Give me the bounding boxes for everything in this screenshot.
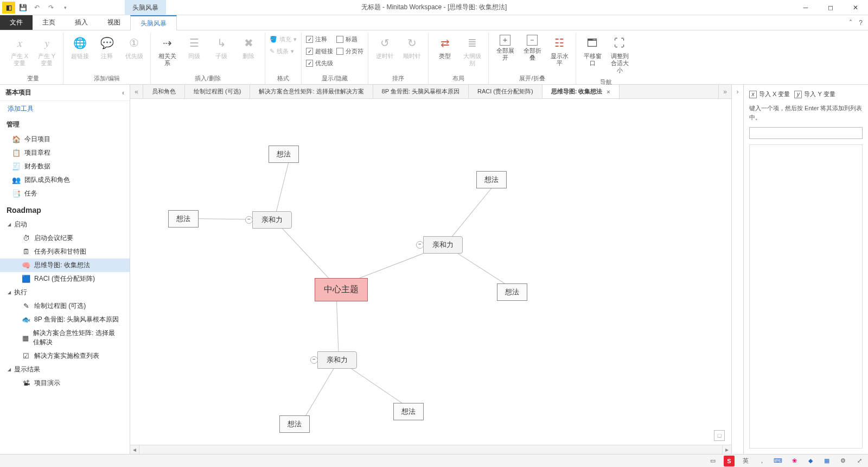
item-label: 团队成员和角色 — [24, 175, 70, 185]
ime-menu-icon[interactable]: ▦ — [821, 456, 832, 466]
horizontal-scrollbar[interactable]: ◂ ▸ — [130, 445, 731, 454]
doc-tab[interactable]: 思维导图: 收集想法× — [542, 85, 620, 98]
scroll-left-icon[interactable]: ◂ — [130, 445, 139, 454]
menu-home[interactable]: 主页 — [33, 15, 65, 30]
priority-button: ①优先级 — [122, 33, 146, 62]
chk-priority[interactable]: 优先级 — [306, 58, 333, 68]
sidebar-item[interactable]: 🧾财务数据 — [0, 160, 130, 173]
menu-brainstorm[interactable]: 头脑风暴 — [130, 15, 177, 30]
collapse-all-button[interactable]: －全部折叠 — [520, 33, 544, 64]
sidebar-item[interactable]: ☑解决方案实施检查列表 — [0, 349, 130, 363]
ime-tool-icon[interactable]: ◆ — [805, 456, 816, 466]
idea-node[interactable]: 想法 — [497, 283, 527, 301]
tab-label: 绘制过程图 (可选) — [194, 87, 241, 96]
tab-scroll-right-icon[interactable]: » — [718, 85, 731, 98]
fit-view-icon[interactable]: □ — [714, 430, 725, 441]
doc-tab[interactable]: 员和角色 — [143, 85, 185, 98]
sogou-ime-icon[interactable]: S — [724, 456, 735, 466]
sidebar-item[interactable]: 🗓任务列表和甘特图 — [0, 245, 130, 258]
outline-icon: ≣ — [464, 35, 480, 51]
item-label: 思维导图: 收集想法 — [34, 261, 90, 270]
fit-button[interactable]: ⛶调整到合适大小 — [608, 33, 631, 77]
ime-punct-icon[interactable]: ， — [756, 456, 767, 466]
input-hint: 键入一个项，然后按 Enter 将其添加到列表中。 — [749, 104, 863, 122]
menu-insert[interactable]: 插入 — [65, 15, 98, 30]
tab-close-icon[interactable]: × — [607, 89, 610, 95]
affinity-node[interactable]: 亲和力 — [252, 211, 292, 229]
ime-skin-icon[interactable]: ❀ — [789, 456, 800, 466]
ribbon: 𝑥产生 X 变量 𝑦产生 Y 变量 变量 🌐超链接 💬注释 ①优先级 添加/编辑… — [0, 30, 868, 85]
idea-node[interactable]: 想法 — [269, 146, 299, 163]
center-node[interactable]: 中心主题 — [315, 278, 368, 301]
import-x-button[interactable]: x导入 X 变量 — [749, 90, 790, 98]
y-var-icon: 𝑦 — [39, 35, 55, 51]
sidebar-item[interactable]: ✎绘制过程图 (可选) — [0, 299, 130, 313]
right-panel-expand-icon[interactable]: › — [731, 85, 743, 454]
qat-dropdown-icon[interactable]: ▾ — [59, 2, 72, 14]
chk-comment[interactable]: 注释 — [306, 34, 333, 45]
close-button[interactable]: ✕ — [843, 0, 868, 15]
sidebar-item[interactable]: ⏱启动会议纪要 — [0, 231, 130, 245]
idea-node[interactable]: 想法 — [279, 415, 310, 433]
save-icon[interactable]: 💾 — [16, 2, 29, 14]
mindmap-canvas[interactable]: 中心主题亲和力亲和力亲和力想法想法想法想法想法想法 □ ◂ ▸ — [130, 99, 731, 454]
idea-node[interactable]: 想法 — [393, 403, 424, 420]
doc-tab[interactable]: 绘制过程图 (可选) — [185, 85, 250, 98]
ime-lang[interactable]: 英 — [740, 456, 751, 466]
ime-settings-icon[interactable]: ⚙ — [838, 456, 848, 466]
tab-scroll-left-icon[interactable]: « — [130, 85, 143, 98]
idea-node[interactable]: 想法 — [476, 171, 507, 188]
child-button: ↳子级 — [209, 33, 233, 62]
maximize-button[interactable]: ◻ — [818, 0, 843, 15]
pan-button[interactable]: 🗔平移窗口 — [580, 33, 604, 69]
add-tool-link[interactable]: 添加工具 — [0, 101, 130, 117]
item-icon: ▦ — [22, 333, 29, 342]
type-button[interactable]: ⇄类型 — [433, 33, 457, 62]
doc-tab[interactable]: 解决方案合意性矩阵: 选择最佳解决方案 — [250, 85, 373, 98]
import-y-button[interactable]: y导入 Y 变量 — [794, 90, 835, 98]
chk-pagebreak[interactable]: 分页符 — [336, 46, 363, 56]
sidebar-item[interactable]: 👥团队成员和角色 — [0, 173, 130, 187]
sidebar-item[interactable]: ▦解决方案合意性矩阵: 选择最佳解决 — [0, 326, 130, 349]
sidebar-item[interactable]: 🟦RACI (责任分配矩阵) — [0, 272, 130, 286]
menu-view[interactable]: 视图 — [98, 15, 130, 30]
chk-hyperlink[interactable]: 超链接 — [306, 46, 333, 56]
fit-icon: ⛶ — [611, 35, 628, 51]
expand-all-button[interactable]: ＋全部展开 — [493, 33, 517, 64]
ccw-button: ↺逆时针 — [373, 33, 397, 62]
sidebar-item[interactable]: 🐟8P 鱼骨图: 头脑风暴根本原因 — [0, 313, 130, 326]
group-exec[interactable]: 执行 — [0, 286, 130, 299]
item-list[interactable] — [749, 144, 863, 449]
line-icon: ✎ — [270, 48, 275, 55]
item-input[interactable] — [749, 127, 863, 139]
reading-view-icon[interactable]: ▭ — [707, 456, 718, 466]
connector-line — [274, 219, 337, 287]
menu-file[interactable]: 文件 — [0, 15, 33, 30]
scroll-right-icon[interactable]: ▸ — [722, 445, 731, 454]
sidebar-item[interactable]: 🏠今日项目 — [0, 132, 130, 146]
sidebar-item[interactable]: 📑任务 — [0, 187, 130, 200]
group-start[interactable]: 启动 — [0, 218, 130, 231]
affinity-node[interactable]: 亲和力 — [423, 236, 463, 254]
sidebar-collapse-icon[interactable]: ‹ — [122, 89, 124, 97]
sidebar-item[interactable]: 📋项目章程 — [0, 146, 130, 160]
group-show[interactable]: 显示结果 — [0, 363, 130, 376]
redo-icon[interactable]: ↷ — [44, 2, 58, 14]
sidebar-item[interactable]: 📽项目演示 — [0, 376, 130, 390]
chk-title[interactable]: 标题 — [336, 34, 363, 45]
sidebar-item[interactable]: 🧠思维导图: 收集想法 — [0, 258, 130, 272]
relation-button[interactable]: ⇢相关关系 — [155, 33, 179, 69]
ime-keyboard-icon[interactable]: ⌨ — [773, 456, 783, 466]
ime-expand-icon[interactable]: ⤢ — [854, 456, 865, 466]
doc-tab[interactable]: 8P 鱼骨图: 头脑风暴根本原因 — [373, 85, 469, 98]
ribbon-collapse-icon[interactable]: ˄ — [849, 19, 852, 27]
app-logo-icon[interactable]: ◧ — [2, 2, 15, 14]
x-var-icon: 𝑥 — [11, 35, 28, 51]
undo-icon[interactable]: ↶ — [30, 2, 43, 14]
affinity-node[interactable]: 亲和力 — [317, 351, 357, 369]
doc-tab[interactable]: RACI (责任分配矩阵) — [469, 85, 542, 98]
show-level-button[interactable]: ☷显示水平 — [547, 33, 571, 69]
minimize-button[interactable]: ─ — [793, 0, 818, 15]
help-icon[interactable]: ? — [859, 19, 863, 27]
idea-node[interactable]: 想法 — [168, 210, 199, 228]
